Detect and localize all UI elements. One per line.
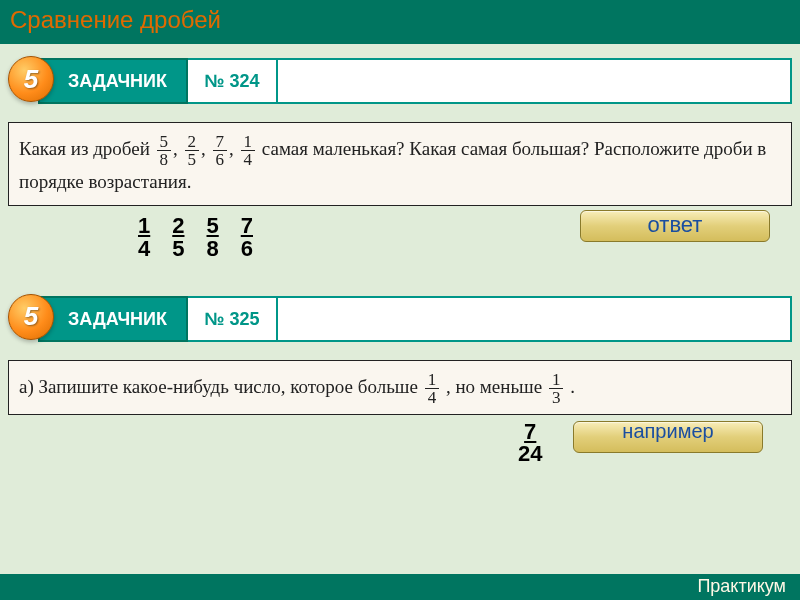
task1-text-pre: Какая из дробей	[19, 138, 155, 159]
task1-answer-row: 14 25 58 76 ответ	[18, 214, 782, 260]
task2-text-suffix: .	[570, 376, 575, 397]
ans-frac-3: 76	[241, 214, 253, 260]
example-frac: 7 24	[518, 421, 542, 466]
footer-text: Практикум	[697, 576, 786, 596]
task1-number-label: № 324	[188, 58, 278, 104]
task2-example-row: 7 24 например	[18, 419, 782, 489]
task1-problem: Какая из дробей 58, 25, 76, 14 самая мал…	[8, 122, 792, 206]
task1-frac-1: 25	[185, 133, 200, 168]
task1-header: 5 ЗАДАЧНИК № 324	[8, 58, 792, 104]
task1-answer-fracs: 14 25 58 76	[138, 214, 253, 260]
ans-frac-1: 25	[172, 214, 184, 260]
badge-number-2: 5	[24, 301, 38, 332]
task2-frac-1: 14	[425, 371, 440, 406]
task2-header: 5 ЗАДАЧНИК № 325	[8, 296, 792, 342]
example-button[interactable]: например	[573, 421, 763, 453]
task1-header-fill	[278, 58, 792, 104]
task2-source-label: ЗАДАЧНИК	[38, 296, 188, 342]
task2-frac-2: 13	[549, 371, 564, 406]
task1-labels: ЗАДАЧНИК № 324	[38, 58, 278, 104]
task1-source-label: ЗАДАЧНИК	[38, 58, 188, 104]
task1-frac-2: 76	[213, 133, 228, 168]
task2-text-pre: а) Запишите какое-нибудь число, которое …	[19, 376, 423, 397]
answer-button[interactable]: ответ	[580, 210, 770, 242]
task1-frac-0: 58	[157, 133, 172, 168]
ans-frac-2: 58	[207, 214, 219, 260]
task2-text-mid: , но меньше	[446, 376, 547, 397]
task1-frac-3: 14	[241, 133, 256, 168]
badge-number: 5	[24, 64, 38, 95]
header-bar: Сравнение дробей	[0, 0, 800, 44]
ans-frac-0: 14	[138, 214, 150, 260]
task2-labels: ЗАДАЧНИК № 325	[38, 296, 278, 342]
grade-badge: 5	[8, 56, 54, 102]
task2-number-label: № 325	[188, 296, 278, 342]
page-title: Сравнение дробей	[10, 6, 790, 34]
grade-badge-2: 5	[8, 294, 54, 340]
task2-header-fill	[278, 296, 792, 342]
task2-problem: а) Запишите какое-нибудь число, которое …	[8, 360, 792, 415]
footer-bar: Практикум	[0, 574, 800, 600]
